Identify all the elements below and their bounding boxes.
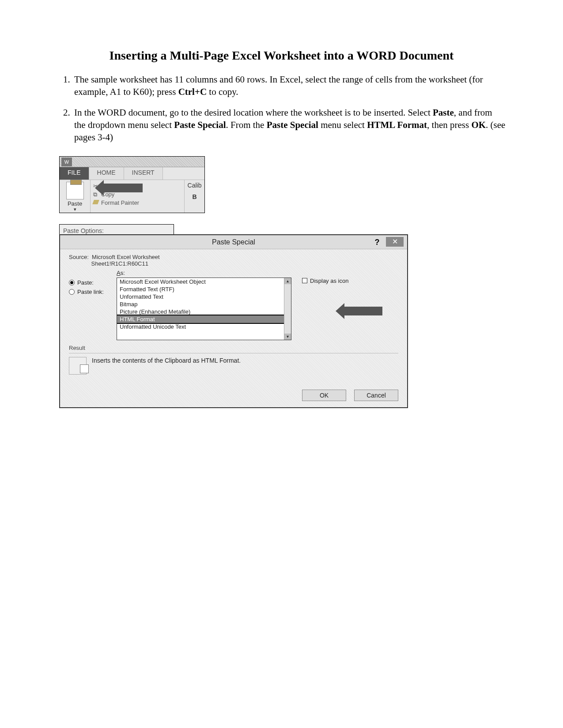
instruction-list: The sample worksheet has 11 columns and …	[57, 73, 506, 144]
radio-selected-icon	[69, 280, 75, 285]
list-item[interactable]: Formatted Text (RTF)	[117, 285, 291, 293]
paste-special-dialog: Paste Special ? ✕ Source: Microsoft Exce…	[59, 234, 408, 408]
paste-radio[interactable]: Paste:	[69, 279, 104, 286]
step-1: The sample worksheet has 11 columns and …	[72, 73, 506, 98]
display-as-icon-label: Display as icon	[310, 278, 348, 284]
font-name-preview: Calib	[188, 182, 202, 189]
as-label: As:	[117, 270, 125, 276]
page-title: Inserting a Multi-Page Excel Worksheet i…	[57, 49, 506, 63]
pointer-arrow-icon	[344, 307, 382, 315]
source-label: Source:	[69, 254, 89, 260]
list-item[interactable]: Unformatted Unicode Text	[117, 323, 291, 330]
scrollbar[interactable]: ▴ ▾	[284, 278, 291, 340]
paste-icon[interactable]	[66, 182, 84, 199]
paste-options-label: Paste Options:	[63, 227, 170, 234]
tab-file[interactable]: FILE	[60, 167, 89, 180]
step-2: In the WORD document, go to the desired …	[72, 106, 506, 144]
paste-link-radio[interactable]: Paste link:	[69, 289, 104, 295]
dialog-titlebar: Paste Special ? ✕	[60, 235, 407, 249]
radio-icon	[69, 289, 75, 295]
help-button[interactable]: ?	[372, 235, 382, 249]
result-text: Inserts the contents of the Clipboard as…	[92, 357, 241, 364]
tab-home[interactable]: HOME	[89, 167, 124, 180]
clipboard-result-icon	[69, 357, 87, 375]
source-value-1: Microsoft Excel Worksheet	[92, 254, 160, 260]
scroll-down-button[interactable]: ▾	[284, 334, 291, 340]
bold-button[interactable]: B	[192, 193, 196, 200]
close-button[interactable]: ✕	[386, 237, 404, 247]
ok-button[interactable]: OK	[302, 390, 346, 401]
tab-insert[interactable]: INSERT	[124, 167, 163, 180]
as-listbox[interactable]: Microsoft Excel Worksheet Object Formatt…	[117, 278, 291, 340]
list-item[interactable]: Unformatted Text	[117, 293, 291, 300]
cancel-button[interactable]: Cancel	[354, 390, 398, 401]
word-app-icon: W	[61, 158, 72, 166]
list-item[interactable]: Bitmap	[117, 300, 291, 308]
window-titlebar: W	[60, 157, 204, 167]
list-item[interactable]: Microsoft Excel Worksheet Object	[117, 278, 291, 285]
list-item-selected[interactable]: HTML Format	[117, 315, 291, 324]
scroll-up-button[interactable]: ▴	[284, 278, 291, 284]
figure-ribbon: W FILE HOME INSERT Paste ▾ ✂ Cut	[59, 156, 227, 213]
source-value-2: Sheet1!R1C1:R60C11	[91, 260, 148, 267]
paste-button[interactable]: Paste	[60, 200, 89, 207]
pointer-arrow-icon	[103, 184, 143, 192]
paste-dropdown-arrow[interactable]: ▾	[60, 207, 89, 212]
format-painter-button[interactable]: Format Painter	[93, 199, 182, 207]
result-label: Result	[69, 345, 398, 351]
display-as-icon-checkbox[interactable]	[302, 278, 307, 283]
